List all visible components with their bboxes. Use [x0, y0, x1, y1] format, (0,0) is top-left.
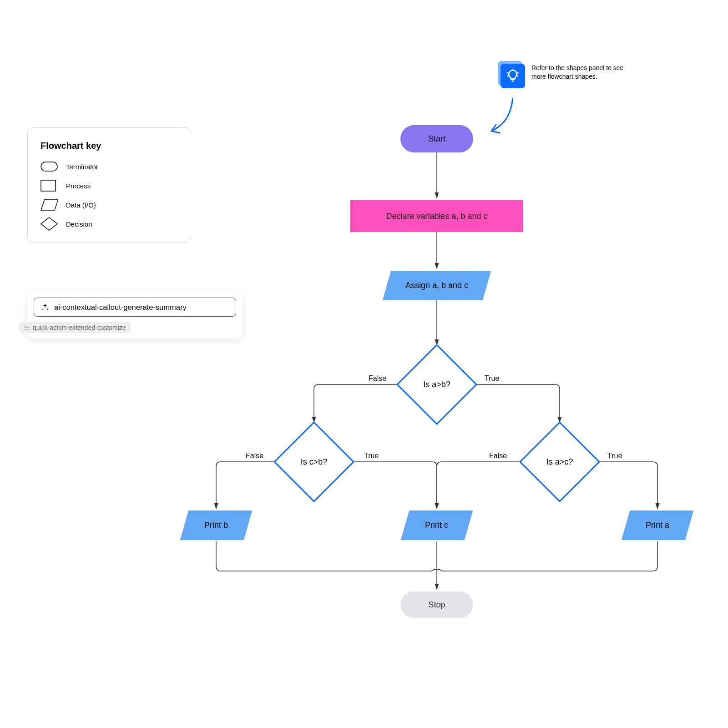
sliders-icon	[24, 324, 30, 331]
edge-label-true: True	[607, 452, 622, 460]
hint-text: Refer to the shapes panel to see more fl…	[531, 64, 636, 81]
edge-label-true: True	[364, 452, 379, 460]
key-label: Decision	[66, 220, 92, 228]
decision-shape-icon	[40, 218, 58, 229]
decision-a-gt-c[interactable]: Is a>c?	[521, 423, 598, 500]
start-node[interactable]: Start	[400, 125, 473, 152]
hint-tip: Refer to the shapes panel to see more fl…	[500, 64, 636, 88]
quick-action-label: quick-action-extended-customize	[33, 324, 126, 331]
print-label: Print a	[646, 521, 669, 530]
edge-label-false: False	[246, 452, 263, 460]
print-a-node[interactable]: Print a	[622, 511, 694, 540]
flow-connectors	[0, 0, 728, 728]
edge-label-false: False	[369, 374, 386, 383]
declare-label: Declare variables a, b and c	[386, 212, 487, 221]
svg-rect-0	[41, 162, 57, 171]
key-row-terminator: Terminator	[40, 161, 177, 172]
print-label: Print c	[425, 521, 448, 530]
flowchart-key-panel: Flowchart key Terminator Process Data (I…	[27, 127, 190, 243]
ai-callout-card: ai-contextual-callout-generate-summary q…	[27, 291, 243, 339]
ai-button-label: ai-contextual-callout-generate-summary	[54, 303, 187, 312]
print-b-node[interactable]: Print b	[180, 511, 253, 540]
terminator-shape-icon	[40, 161, 58, 172]
assign-node[interactable]: Assign a, b and c	[383, 271, 491, 300]
svg-marker-2	[41, 199, 58, 210]
assign-label: Assign a, b and c	[405, 281, 468, 290]
print-label: Print b	[204, 521, 228, 530]
ai-generate-summary-button[interactable]: ai-contextual-callout-generate-summary	[34, 298, 236, 317]
process-shape-icon	[40, 180, 58, 191]
lightbulb-icon	[500, 64, 525, 88]
print-c-node[interactable]: Print c	[401, 511, 473, 540]
edge-label-true: True	[485, 374, 499, 383]
flowchart-key-title: Flowchart key	[40, 141, 177, 151]
svg-marker-3	[41, 217, 57, 230]
declare-node[interactable]: Declare variables a, b and c	[350, 200, 523, 232]
key-row-decision: Decision	[40, 218, 177, 229]
edge-label-false: False	[489, 452, 507, 460]
key-label: Data (I/O)	[66, 201, 96, 209]
decision-label: Is a>c?	[546, 457, 573, 467]
key-row-process: Process	[40, 180, 177, 191]
decision-a-gt-b[interactable]: Is a>b?	[398, 346, 475, 423]
decision-label: Is a>b?	[423, 380, 450, 389]
stop-node[interactable]: Stop	[400, 592, 473, 618]
quick-action-customize-chip[interactable]: quick-action-extended-customize	[19, 322, 131, 333]
hint-pointer-arrow-icon	[488, 96, 520, 136]
svg-rect-1	[41, 180, 56, 191]
diagram-canvas[interactable]: Refer to the shapes panel to see more fl…	[0, 0, 728, 728]
key-label: Terminator	[66, 163, 98, 171]
data-shape-icon	[40, 199, 58, 210]
key-label: Process	[66, 182, 91, 190]
decision-c-gt-b[interactable]: Is c>b?	[275, 423, 353, 500]
sparkle-icon	[40, 303, 50, 312]
decision-label: Is c>b?	[301, 457, 328, 467]
key-row-data: Data (I/O)	[40, 199, 177, 210]
start-label: Start	[428, 134, 445, 144]
stop-label: Stop	[428, 600, 445, 610]
